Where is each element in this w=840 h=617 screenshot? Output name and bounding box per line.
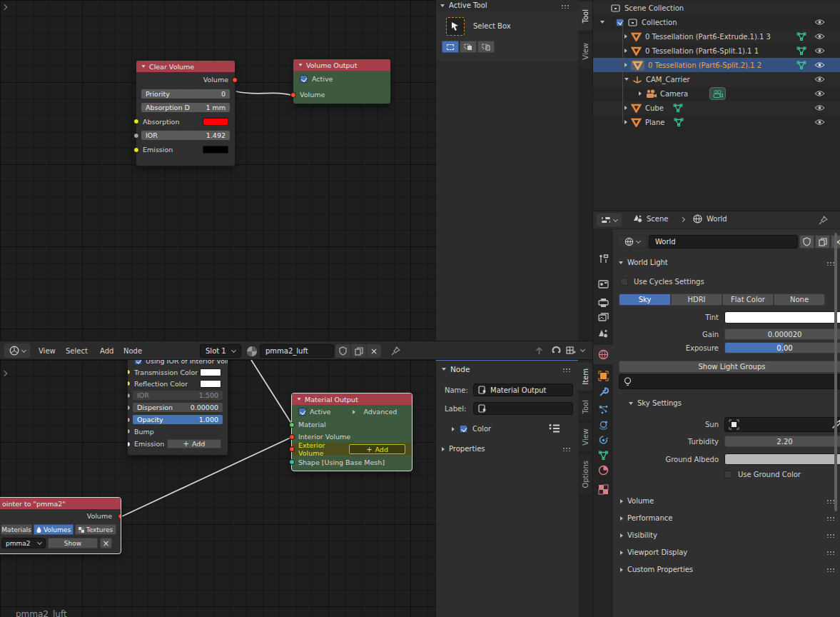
absorption-distance-field[interactable]: Absorption D 1 mm (141, 103, 230, 112)
tab-physics-icon[interactable] (598, 419, 609, 430)
tab-render-icon[interactable] (598, 279, 609, 289)
eye-icon[interactable] (814, 76, 825, 83)
color-checkbox[interactable] (460, 425, 467, 433)
fake-user-button[interactable] (799, 235, 814, 249)
shape-socket[interactable] (289, 459, 295, 465)
top-node-editor-canvas[interactable]: Clear Volume Volume Priority 0 Absorptio… (0, 0, 435, 341)
clear-volume-header[interactable]: Clear Volume (136, 61, 235, 72)
expand-icon[interactable] (624, 120, 627, 124)
sun-object-field[interactable] (724, 417, 840, 432)
tab-output-icon[interactable] (598, 298, 609, 307)
eye-icon[interactable] (814, 19, 825, 26)
material-output-node[interactable]: Material Output Active Advanced Material… (291, 393, 413, 471)
light-groups-list[interactable] (619, 374, 840, 389)
volumes-tab[interactable]: Volumes (34, 524, 74, 535)
tab-data-icon[interactable] (598, 451, 609, 460)
new-copy-button[interactable] (815, 235, 830, 249)
ior-socket[interactable] (133, 133, 139, 139)
outliner-row-tessellation-3-selected[interactable]: 0 Tessellation (Part6-Split.2).1 2 (593, 58, 840, 72)
materials-tab[interactable]: Materials (1, 524, 32, 535)
tab-tool[interactable]: Tool (578, 393, 592, 420)
collapse-node-icon[interactable] (297, 398, 300, 400)
eye-icon[interactable] (814, 90, 825, 97)
show-light-groups-button[interactable]: Show Light Groups (619, 361, 840, 373)
material-slot-dropdown[interactable]: Slot 1 (200, 344, 241, 358)
material-select-dropdown[interactable]: pmma2 (1, 538, 46, 548)
tab-scene-icon[interactable] (598, 328, 609, 338)
clear-volume-node[interactable]: Clear Volume Volume Priority 0 Absorptio… (136, 60, 236, 166)
world-browse-button[interactable] (617, 235, 647, 249)
bottom-node-editor-canvas[interactable]: Using IOR of Interior Volum Transmission… (0, 360, 435, 617)
panel-drag-dots[interactable] (826, 550, 835, 555)
bump-socket[interactable] (127, 428, 131, 434)
dispersion-field[interactable]: Dispersion0.00000 (133, 403, 223, 412)
advanced-expand-icon[interactable] (353, 410, 355, 414)
expand-icon[interactable] (624, 106, 627, 110)
tab-tool-icon[interactable] (598, 254, 609, 264)
tab-constraints-icon[interactable] (598, 435, 609, 446)
panel-collapse-icon[interactable] (440, 4, 445, 7)
material-output-header[interactable]: Material Output (292, 393, 412, 405)
menu-view[interactable]: View (39, 347, 56, 355)
eye-icon[interactable] (814, 61, 825, 69)
outliner-row-collection[interactable]: Collection (593, 15, 840, 29)
transmission-color-swatch[interactable] (200, 368, 221, 376)
tab-view[interactable]: View (578, 423, 592, 451)
active-checkbox[interactable] (298, 408, 306, 416)
volume-output-header[interactable]: Volume Output (293, 59, 390, 71)
expand-icon[interactable] (624, 49, 627, 53)
tab-particles-icon[interactable] (598, 404, 609, 415)
dispersion-socket[interactable] (127, 405, 131, 411)
panel-custom-properties[interactable]: Custom Properties (620, 566, 693, 573)
volume-output-socket[interactable] (118, 513, 121, 519)
interior-volume-socket[interactable] (289, 434, 295, 440)
ior-field[interactable]: IOR 1.492 (141, 131, 230, 140)
panel-volume[interactable]: Volume (620, 497, 654, 505)
active-tool-button[interactable] (446, 17, 465, 36)
panel-drag-dots[interactable] (562, 446, 571, 451)
eye-icon[interactable] (814, 104, 825, 111)
volume-output-socket[interactable] (232, 77, 238, 83)
eye-icon[interactable] (814, 119, 825, 126)
pin-icon[interactable] (819, 216, 828, 225)
menu-node[interactable]: Node (123, 347, 142, 355)
expand-icon[interactable] (624, 63, 627, 67)
node-name-field[interactable]: Material Output (473, 383, 573, 396)
node-label-field[interactable] (473, 402, 573, 415)
tab-tool[interactable]: Tool (578, 1, 592, 31)
chevron-down-icon[interactable] (580, 347, 585, 352)
expand-icon[interactable] (452, 427, 455, 431)
properties-scrollbar[interactable] (834, 233, 837, 511)
emission-socket[interactable] (133, 147, 139, 153)
sky-settings-panel-header[interactable]: Sky Settings (629, 399, 682, 407)
expand-icon[interactable] (639, 91, 642, 96)
material-socket[interactable] (289, 422, 295, 428)
editor-type-button[interactable] (4, 343, 30, 358)
eye-icon[interactable] (814, 33, 825, 40)
exposure-slider[interactable]: 0.00 (724, 342, 840, 353)
emission-add-button[interactable]: Add (167, 439, 221, 448)
volume-output-node[interactable]: Volume Output Active Volume (293, 59, 391, 104)
menu-select[interactable]: Select (66, 347, 88, 355)
collapse-node-icon[interactable] (141, 65, 145, 67)
tab-item[interactable]: Item (578, 362, 592, 391)
opacity-socket[interactable] (127, 417, 131, 423)
panel-drag-dots[interactable] (560, 4, 570, 9)
snap-icon[interactable] (551, 346, 562, 356)
use-ground-color[interactable]: Use Ground Color (724, 471, 801, 478)
menu-add[interactable]: Add (100, 347, 113, 355)
unlink-button[interactable] (367, 344, 381, 358)
outliner-row-tessellation-2[interactable]: 0 Tessellation (Part6-Split.1).1 1 (593, 44, 840, 58)
active-tool-panel-header[interactable]: Active Tool (440, 1, 487, 9)
panel-visibility[interactable]: Visibility (620, 531, 657, 539)
eye-icon[interactable] (814, 47, 825, 54)
pointer-node-header[interactable]: ointer to "pmma2" (0, 498, 121, 509)
tint-color-swatch[interactable] (724, 311, 840, 323)
breadcrumb-world[interactable]: World (693, 214, 727, 224)
opacity-slider[interactable]: Opacity1.000 (133, 415, 223, 424)
expand-icon[interactable] (624, 34, 627, 39)
select-mode-subtract-button[interactable] (477, 41, 495, 53)
turbidity-field[interactable]: 2.20 (724, 436, 840, 447)
absorption-socket[interactable] (133, 119, 139, 124)
panel-drag-dots[interactable] (562, 367, 571, 372)
